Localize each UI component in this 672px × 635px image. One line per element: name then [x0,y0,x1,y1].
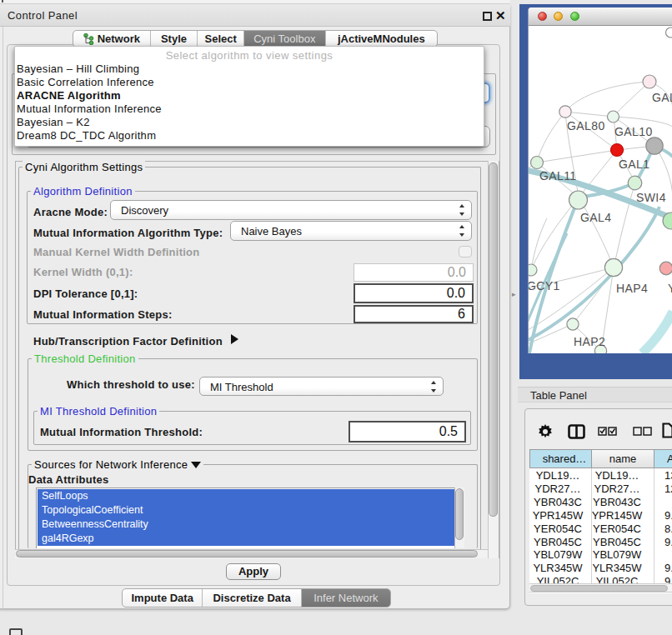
svg-text:GAL4: GAL4 [580,211,611,224]
svg-text:GCY1: GCY1 [529,279,560,292]
svg-text:HAP2: HAP2 [574,335,605,348]
svg-text:GAL80: GAL80 [567,119,605,132]
svg-text:GAL11: GAL11 [539,169,577,182]
svg-text:GAL7: GAL7 [652,91,672,104]
svg-text:HAP4: HAP4 [616,282,648,295]
svg-text:GAL10: GAL10 [614,125,653,138]
svg-text:GAL1: GAL1 [619,158,649,171]
svg-text:Y: Y [668,282,672,295]
svg-text:SWI4: SWI4 [636,191,666,204]
